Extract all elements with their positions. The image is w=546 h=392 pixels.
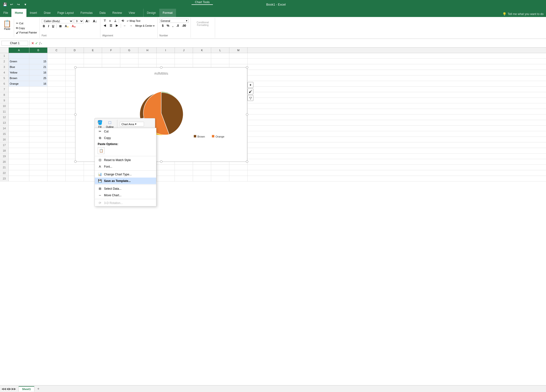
cell-k21[interactable] [193, 165, 211, 170]
cell-i2[interactable] [157, 59, 175, 64]
decrease-decimal-btn[interactable]: .0 [175, 24, 180, 28]
chart-handle-br[interactable] [246, 160, 248, 163]
tab-page-layout[interactable]: Page Layout [54, 9, 77, 17]
outline-button[interactable]: □ Outline [105, 120, 115, 129]
cell-c19[interactable] [48, 154, 66, 159]
cell-b22[interactable] [29, 170, 48, 176]
percent-btn[interactable]: % [166, 24, 171, 28]
ctx-font[interactable]: A Font... [95, 163, 156, 170]
align-bottom-btn[interactable]: ⊥ [113, 19, 118, 23]
cell-m1[interactable] [229, 53, 248, 58]
cell-b10[interactable] [29, 103, 48, 109]
tab-file[interactable]: File [0, 9, 11, 17]
chart-filters-button[interactable]: ▽ [248, 95, 253, 101]
font-name-select[interactable]: Calibri (Body) [42, 19, 73, 23]
cell-c7[interactable] [48, 87, 66, 92]
tab-review[interactable]: Review [109, 9, 125, 17]
cell-k23[interactable] [193, 176, 211, 181]
cell-c3[interactable] [48, 64, 66, 70]
row-num-7[interactable]: 7 [0, 87, 9, 92]
cell-c14[interactable] [48, 126, 66, 131]
cell-b14[interactable] [29, 126, 48, 131]
cell-c16[interactable] [48, 137, 66, 142]
col-header-k[interactable]: K [193, 48, 211, 53]
cell-i22[interactable] [157, 170, 175, 176]
cell-a3[interactable]: Blue [9, 64, 29, 70]
cell-d21[interactable] [66, 165, 84, 170]
chart-handle-tm[interactable] [160, 66, 162, 69]
cell-a13[interactable] [9, 120, 29, 125]
cell-j22[interactable] [175, 170, 193, 176]
cell-c6[interactable] [48, 81, 66, 86]
row-num-23[interactable]: 23 [0, 176, 9, 181]
align-top-btn[interactable]: ⊤ [102, 19, 107, 23]
col-header-f[interactable]: F [102, 48, 120, 53]
increase-font-btn[interactable]: A↑ [84, 19, 91, 24]
paste-icon-btn[interactable]: 📋 [98, 147, 104, 154]
cell-a14[interactable] [9, 126, 29, 131]
number-format-dropdown-icon[interactable]: ▾ [186, 19, 187, 22]
cell-a1[interactable] [9, 53, 29, 58]
cell-b19[interactable] [29, 154, 48, 159]
cell-b12[interactable] [29, 114, 48, 120]
col-header-c[interactable]: C [48, 48, 66, 53]
cell-c11[interactable] [48, 109, 66, 114]
tab-data[interactable]: Data [96, 9, 109, 17]
align-left-btn[interactable]: ⫷ [102, 24, 108, 28]
cell-a19[interactable] [9, 154, 29, 159]
cell-c21[interactable] [48, 165, 66, 170]
col-header-h[interactable]: H [138, 48, 157, 53]
col-header-l[interactable]: L [211, 48, 229, 53]
decrease-font-btn[interactable]: A↓ [92, 19, 98, 24]
cell-i23[interactable] [157, 176, 175, 181]
cell-b11[interactable] [29, 109, 48, 114]
cell-b13[interactable] [29, 120, 48, 125]
font-color-button[interactable]: A▬ [71, 24, 77, 28]
cell-f2[interactable] [102, 59, 120, 64]
chart-handle-bm[interactable] [160, 160, 162, 163]
row-num-5[interactable]: 5 [0, 75, 9, 81]
cell-b8[interactable] [29, 92, 48, 98]
cell-d2[interactable] [66, 59, 84, 64]
insert-function-icon[interactable]: ƒₓ [39, 41, 42, 45]
cell-a8[interactable] [9, 92, 29, 98]
cell-a2[interactable]: Green [9, 59, 29, 64]
cell-a9[interactable] [9, 98, 29, 103]
tell-me[interactable]: 💡 Tell me what you want to do [500, 11, 546, 17]
row-num-22[interactable]: 22 [0, 170, 9, 176]
undo-icon[interactable]: ↩ [9, 2, 14, 7]
cell-i21[interactable] [157, 165, 175, 170]
row-num-18[interactable]: 18 [0, 148, 9, 153]
cell-b1[interactable] [29, 53, 48, 58]
name-box[interactable] [1, 41, 28, 46]
ctx-select-data[interactable]: ⊞ Select Data... [95, 185, 156, 192]
cell-c8[interactable] [48, 92, 66, 98]
tab-view[interactable]: View [125, 9, 138, 17]
row-num-13[interactable]: 13 [0, 120, 9, 125]
ctx-reset-style[interactable]: ⊡ Reset to Match Style [95, 157, 156, 163]
cell-b15[interactable] [29, 131, 48, 137]
format-painter-button[interactable]: 🖌 Format Painter [15, 31, 38, 34]
save-icon[interactable]: 💾 [2, 2, 7, 7]
cell-j23[interactable] [175, 176, 193, 181]
cell-l21[interactable] [211, 165, 229, 170]
cell-c17[interactable] [48, 142, 66, 148]
cell-d23[interactable] [66, 176, 84, 181]
cell-h2[interactable] [138, 59, 157, 64]
row-num-2[interactable]: 2 [0, 59, 9, 64]
sheet-tab-sheet1[interactable]: Sheet1 [18, 386, 34, 392]
cell-a5[interactable]: Brown [9, 75, 29, 81]
fill-button[interactable]: 🪣 Fill [96, 119, 104, 129]
sheet-nav-right[interactable]: ▶▶ [12, 387, 16, 391]
cell-c23[interactable] [48, 176, 66, 181]
cell-g2[interactable] [120, 59, 138, 64]
cell-c4[interactable] [48, 70, 66, 75]
row-num-20[interactable]: 20 [0, 159, 9, 164]
align-middle-btn[interactable]: ≡ [108, 19, 112, 23]
cell-b9[interactable] [29, 98, 48, 103]
cell-m2[interactable] [229, 59, 248, 64]
formula-input[interactable] [44, 41, 546, 45]
cell-k1[interactable] [193, 53, 211, 58]
cell-f1[interactable] [102, 53, 120, 58]
chart-elements-button[interactable]: + [248, 82, 253, 88]
